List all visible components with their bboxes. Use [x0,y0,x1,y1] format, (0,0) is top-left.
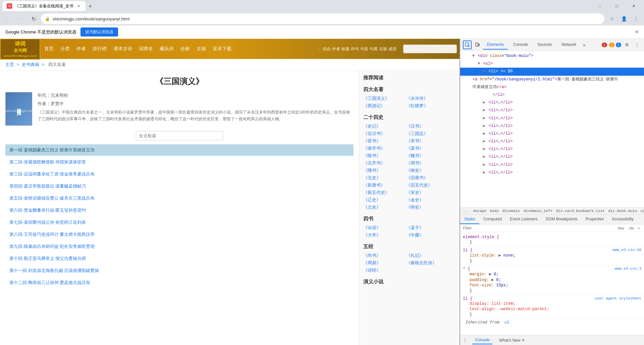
breadcrumb-home[interactable]: 主页 [5,62,14,67]
html-line-li-2[interactable]: ▶ <li>…</li> [460,99,644,107]
link-mengzi[interactable]: 《孟子》 [406,225,448,231]
html-line-li-close[interactable]: </li> [460,91,644,99]
back-button[interactable]: ← [3,13,13,24]
nav-cipai[interactable]: 词牌名 [139,46,153,52]
chapter-item-9[interactable]: 第九回·除暴凶吕布助司徒 犯长安李催听贾诩 [5,241,354,252]
maximize-button[interactable]: □ [609,1,625,11]
more-options-icon[interactable]: ⋮ [631,13,641,24]
search-type-idiom[interactable]: 成语 [388,46,396,52]
chapter-item-12[interactable]: 第十二回·陶恭祖三让徐州 曹孟德大战吕布 [5,277,354,288]
link-mingshi[interactable]: 《明史》 [406,204,448,210]
search-type-verse[interactable]: 诗句 [351,46,359,52]
styles-tab-event-listeners[interactable]: Event Listeners [506,215,542,224]
link-shangshu[interactable]: 《尚书》 [363,253,405,259]
profile-icon[interactable]: 👤 [619,13,629,24]
chapter-item-7[interactable]: 第七回·袁绍磐河战公孙 孙坚跨江击刘表 [5,217,354,228]
link-nanshi[interactable]: 《南史》 [406,167,448,174]
html-line-li-11[interactable]: ▶ <li>…</li> [460,169,644,177]
link-yuanshi[interactable]: 《元史》 [363,204,405,210]
styles-tab-styles[interactable]: Styles [460,215,479,224]
bc-div-card[interactable]: div.card.bookmark-list [556,209,605,213]
active-tab[interactable]: 诗 《三国演义》全集在线阅读_史书 ✕ [3,1,86,11]
style-prop-padding[interactable]: padding: ▶ 0; [463,277,641,283]
devtools-tab-console[interactable]: Console [509,40,532,50]
style-selector-li[interactable]: li { www_v3.css:36 [463,248,641,253]
style-prop-display[interactable]: display: list-item; [463,301,641,306]
link-chunqiu[interactable]: 《春秋左氏传》 [406,260,448,266]
address-bar[interactable]: 🔒 shicimingju.com/book/sanguoyanyi.html [41,13,604,24]
style-prop-font-size[interactable]: font-size: 15px; [463,283,641,288]
html-line-a-href[interactable]: <a href="/book/sanguoyanyi/1.html">第一回·宴… [460,76,644,83]
devtools-more-icon[interactable]: ⋮ [633,41,641,49]
link-shijing[interactable]: 《诗经》 [363,267,405,273]
bc-div-book-mulu[interactable]: div.book-mulu [608,209,637,213]
chapter-item-8[interactable]: 第八回·王司徒巧使连环计 董太师大闹凤仪亭 [5,229,354,240]
bc-ul[interactable]: ul [641,209,644,213]
link-lunyu[interactable]: 《论语》 [363,225,405,231]
link-hongloumeng[interactable]: 《红楼梦》 [406,103,448,109]
styles-tab-dom-breakpoints[interactable]: DOM Breakpoints [542,215,582,224]
link-zhouyi[interactable]: 《周易》 [363,260,405,266]
link-songshu[interactable]: 《宋书》 [406,138,448,144]
html-line-a-text-cont[interactable]: 巾英雄首立功</a> [460,83,644,91]
html-line-div-book-mulu[interactable]: ▼ <div class="book-mulu"> [460,52,644,60]
nav-collective[interactable]: 合称 [180,46,190,52]
chapter-item-4[interactable]: 第四回·废汉帝陈留践位 谋董贼孟德献刀 [5,181,354,192]
devtools-tab-elements[interactable]: Elements [483,40,508,50]
bc-div-main-left[interactable]: div#main_left [524,209,552,213]
bc-dscape[interactable]: dscape [473,209,486,213]
filter-add-btn[interactable]: + [637,226,641,230]
link-xinwudaishi[interactable]: 《新五代史》 [363,190,405,196]
html-line-li-9[interactable]: ▶ <li>…</li> [460,153,644,161]
bottom-tab-console[interactable]: Console [472,336,492,344]
chapter-item-6[interactable]: 第六回·焚金阙董卓行凶 匿玉玺孙坚背约 [5,205,354,216]
style-prop-margin[interactable]: margin: ▶ 0; [463,271,641,277]
inspect-element-icon[interactable] [463,41,472,49]
link-chenshu[interactable]: 《陈书》 [363,153,405,159]
chapter-item-1[interactable]: 第一回·宴桃园豪杰三结义 斩黄巾英雄首立功 [5,144,354,156]
devtools-more-tabs[interactable]: » [582,42,587,48]
link-xiyouji[interactable]: 《西游记》 [363,103,405,109]
styles-tab-properties[interactable]: Properties [581,215,608,224]
style-prop-text-align[interactable]: text-align: -webkit-match-parent; [463,306,641,312]
link-zhoushu[interactable]: 《周书》 [406,160,448,166]
bc-body[interactable]: body [490,209,499,213]
search-type-title[interactable]: 标题 [341,46,350,52]
header-search-input[interactable] [403,45,457,53]
link-suishu[interactable]: 《隋书》 [363,167,405,174]
nav-acrostic[interactable]: 藏头诗 [160,46,174,52]
nav-ranking[interactable]: 排行榜 [93,46,107,52]
styles-tab-computed[interactable]: Computed [479,215,506,224]
link-liji[interactable]: 《礼记》 [406,253,448,259]
search-type-end[interactable]: 句尾 [370,46,378,52]
link-weishu[interactable]: 《魏书》 [406,153,448,159]
link-songshi[interactable]: 《宋史》 [406,190,448,196]
search-type-start[interactable]: 句首 [360,46,368,52]
link-liangshu[interactable]: 《梁书》 [406,145,448,151]
style-prop-list-style[interactable]: list-style: ▶ none; [463,253,641,258]
link-jinshu[interactable]: 《晋书》 [363,138,405,144]
link-daxue[interactable]: 《大学》 [363,232,405,238]
link-jinshi[interactable]: 《金史》 [406,197,448,203]
nav-category[interactable]: 分类 [60,46,70,52]
nav-author[interactable]: 作者 [76,46,86,52]
html-line-li-10[interactable]: ▶ <li>…</li> [460,161,644,169]
link-liaoshi[interactable]: 《辽史》 [363,197,405,203]
search-type-general[interactable]: 综合 [323,46,331,52]
html-line-li-3[interactable]: ▶ <li>…</li> [460,107,644,114]
html-line-li-5[interactable]: ▶ <li>…</li> [460,122,644,130]
devtools-tab-sources[interactable]: Sources [533,40,556,50]
filter-hov-btn[interactable]: :hov [616,226,626,230]
new-tab-button[interactable]: + [86,2,95,11]
styles-tab-accessibility[interactable]: Accessibility [608,215,638,224]
device-toolbar-icon[interactable] [473,41,482,49]
html-line-li-7[interactable]: ▶ <li>…</li> [460,138,644,145]
styles-filter-input[interactable] [463,226,613,230]
html-line-li-selected[interactable]: ▼ <li> == $0 [460,68,644,75]
html-line-li-8[interactable]: ▶ <li>…</li> [460,145,644,153]
html-line-li-4[interactable]: ▶ <li>…</li> [460,115,644,122]
link-sanguozhi[interactable]: 《三国志》 [406,131,448,137]
breadcrumb-category[interactable]: 史书典籍 [22,62,39,67]
close-button[interactable]: ✕ [626,1,641,11]
link-hanshu[interactable]: 《汉书》 [406,123,448,129]
